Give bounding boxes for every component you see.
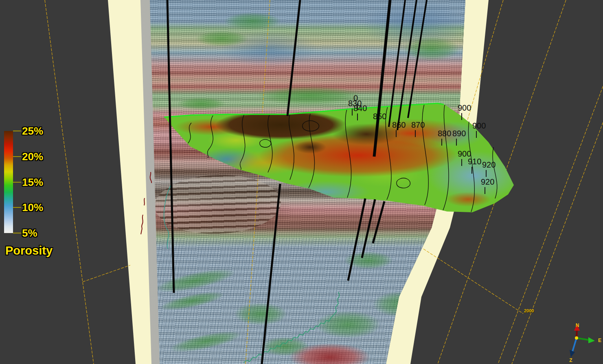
down-axis-label: Z: [569, 357, 572, 363]
porosity-colorbar: [4, 131, 13, 233]
well-path: [389, 0, 405, 127]
well-path: [348, 198, 365, 281]
north-axis-label: N: [576, 323, 579, 328]
colorbar-tick: [13, 207, 21, 208]
colorbar-tick: [13, 233, 21, 233]
well-paths: [0, 0, 603, 364]
colorbar-label: 10%: [22, 202, 43, 213]
well-path: [408, 0, 427, 118]
well-path: [374, 0, 390, 157]
east-axis-shaft: [577, 338, 589, 340]
colorbar-label: 5%: [22, 228, 37, 238]
colorbar-label: 25%: [22, 126, 43, 136]
colorbar-label: 20%: [22, 151, 43, 162]
colorbar-label: 15%: [22, 177, 43, 187]
east-axis-arrowhead: [588, 337, 595, 343]
axis-triad: N E Z: [564, 320, 603, 364]
down-axis-shaft: [572, 338, 577, 351]
legend-title: Porosity: [5, 244, 53, 257]
well-path: [287, 0, 300, 116]
well-path: [397, 0, 417, 130]
well-path: [373, 201, 384, 243]
well-path: [262, 184, 280, 364]
colorbar-tick: [13, 156, 21, 157]
grid-coordinate-label: 2000: [524, 308, 534, 313]
east-axis-label: E: [598, 338, 601, 343]
colorbar-tick: [13, 182, 21, 183]
axis-origin-dot: [575, 336, 578, 340]
colorbar-tick: [13, 131, 21, 131]
3d-viewport[interactable]: 0830840850860870880890900900900910920920…: [0, 0, 603, 364]
porosity-legend: Porosity 25%20%15%10%5%: [4, 124, 73, 266]
well-path: [167, 0, 174, 293]
